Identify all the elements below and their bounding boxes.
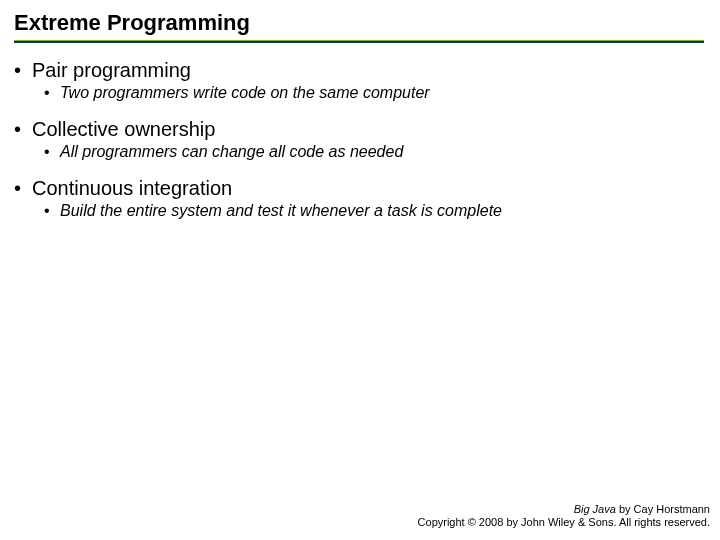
bullet-heading: •Pair programming [14,59,704,82]
bullet-heading-text: Continuous integration [32,177,232,199]
list-item: •Pair programming •Two programmers write… [14,59,704,102]
bullet-dot-icon: • [14,177,32,200]
sub-bullet-text: All programmers can change all code as n… [60,143,403,160]
footer-book-title: Big Java [574,503,616,515]
sub-bullet-list: •Build the entire system and test it whe… [14,202,704,220]
slide-title: Extreme Programming [14,10,704,40]
bullet-dot-icon: • [44,84,60,102]
sub-list-item: •Two programmers write code on the same … [44,84,704,102]
footer-line-1: Big Java by Cay Horstmann [418,503,710,517]
sub-bullet-list: •Two programmers write code on the same … [14,84,704,102]
footer-copyright: Copyright © 2008 by John Wiley & Sons. A… [418,516,710,530]
bullet-heading: •Collective ownership [14,118,704,141]
bullet-dot-icon: • [44,143,60,161]
bullet-list: •Pair programming •Two programmers write… [14,59,704,220]
bullet-dot-icon: • [14,118,32,141]
title-underline [14,40,704,43]
sub-bullet-text: Two programmers write code on the same c… [60,84,430,101]
sub-list-item: •Build the entire system and test it whe… [44,202,704,220]
slide: Extreme Programming •Pair programming •T… [0,0,720,540]
bullet-dot-icon: • [14,59,32,82]
sub-bullet-text: Build the entire system and test it when… [60,202,502,219]
list-item: •Collective ownership •All programmers c… [14,118,704,161]
list-item: •Continuous integration •Build the entir… [14,177,704,220]
sub-list-item: •All programmers can change all code as … [44,143,704,161]
bullet-dot-icon: • [44,202,60,220]
bullet-heading: •Continuous integration [14,177,704,200]
footer: Big Java by Cay Horstmann Copyright © 20… [418,503,710,531]
bullet-heading-text: Pair programming [32,59,191,81]
sub-bullet-list: •All programmers can change all code as … [14,143,704,161]
bullet-heading-text: Collective ownership [32,118,215,140]
footer-byline: by Cay Horstmann [616,503,710,515]
